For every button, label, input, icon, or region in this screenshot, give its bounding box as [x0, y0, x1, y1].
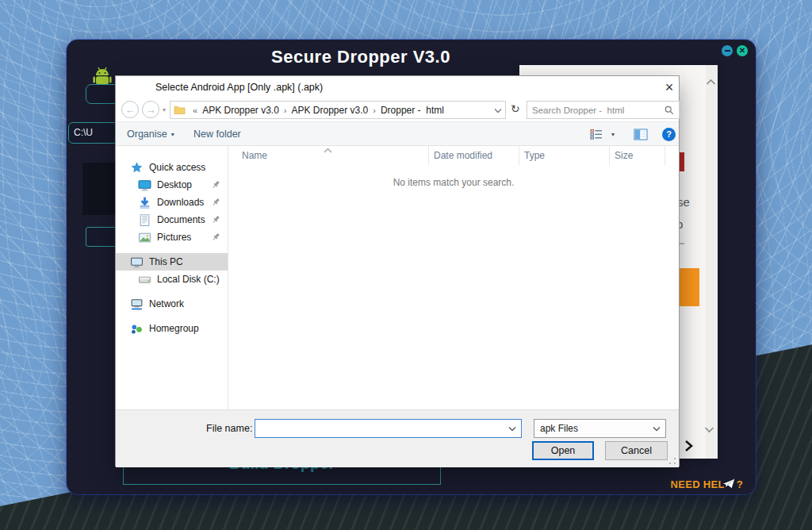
breadcrumb-segment[interactable]: APK Dropper v3.0 — [290, 105, 370, 116]
background-dash-element — [679, 243, 684, 244]
view-mode-dropdown-icon[interactable]: ▾ — [611, 131, 615, 138]
sidebar-item-desktop[interactable]: Desktop — [116, 176, 228, 194]
new-folder-button[interactable]: New folder — [190, 122, 244, 146]
sidebar-item-downloads[interactable]: Downloads — [116, 194, 228, 211]
sidebar-item-label: Desktop — [157, 179, 192, 190]
app-close-button[interactable]: ✕ — [737, 45, 748, 56]
column-header-label: Size — [615, 150, 633, 161]
navigation-sidebar: Quick accessDesktopDownloadsDocumentsPic… — [116, 146, 228, 409]
network-icon — [130, 298, 144, 311]
dialog-titlebar[interactable]: Selecte Android App [Only .apk] (.apk) × — [116, 76, 679, 98]
refresh-icon[interactable]: ↻ — [511, 102, 520, 115]
sidebar-item-homegroup[interactable]: Homegroup — [116, 320, 228, 337]
telegram-icon — [720, 477, 737, 491]
local-disk-icon — [138, 273, 151, 286]
help-button[interactable]: ? — [662, 128, 676, 141]
documents-icon — [138, 213, 151, 227]
sidebar-item-documents[interactable]: Documents — [116, 211, 228, 229]
need-help-link[interactable]: NEED HEL ? — [671, 477, 743, 491]
breadcrumb: «APK Dropper v3.0›APK Dropper v3.0›Dropp… — [190, 105, 446, 116]
organise-menu[interactable]: Organise ▾ — [124, 122, 178, 146]
downloads-icon — [138, 196, 151, 209]
pin-icon — [210, 197, 221, 208]
sidebar-item-quick-access[interactable]: Quick access — [116, 159, 228, 176]
search-input[interactable] — [532, 106, 665, 115]
sidebar-item-label: Downloads — [157, 197, 204, 208]
column-header-type[interactable]: Type — [519, 146, 610, 165]
close-icon: ✕ — [739, 47, 745, 55]
sidebar-item-label: Documents — [157, 214, 205, 225]
background-red-element — [680, 152, 684, 171]
pin-icon — [210, 179, 221, 190]
scroll-down-icon[interactable] — [704, 422, 714, 436]
scroll-up-icon[interactable] — [706, 75, 716, 89]
search-icon — [665, 106, 674, 115]
next-arrow-icon[interactable] — [683, 440, 694, 455]
breadcrumb-overflow-icon[interactable]: « — [190, 106, 201, 115]
open-button[interactable]: Open — [532, 441, 594, 460]
sidebar-item-label: This PC — [149, 256, 183, 267]
address-bar[interactable]: «APK Dropper v3.0›APK Dropper v3.0›Dropp… — [170, 101, 506, 119]
preview-pane-icon[interactable] — [634, 129, 648, 140]
app-title: Secure Dropper V3.0 — [271, 47, 450, 67]
column-header-date-modified[interactable]: Date modified — [429, 146, 519, 165]
resize-grip-icon[interactable] — [668, 457, 676, 465]
dialog-close-button[interactable]: × — [660, 78, 679, 97]
dialog-footer: File name: apk Files Open Cancel — [116, 409, 679, 467]
sidebar-item-this-pc[interactable]: This PC — [116, 253, 228, 271]
breadcrumb-segment[interactable]: Dropper - html — [379, 105, 446, 116]
sidebar-item-pictures[interactable]: Pictures — [116, 229, 228, 246]
desktop-icon — [138, 179, 151, 192]
homegroup-icon — [130, 322, 144, 336]
dialog-content: Quick accessDesktopDownloadsDocumentsPic… — [116, 146, 679, 409]
sidebar-item-label: Pictures — [157, 232, 191, 243]
folder-icon — [174, 105, 186, 115]
pictures-icon — [138, 231, 151, 244]
forward-button[interactable]: → — [142, 101, 159, 118]
file-list-area: NameDate modifiedTypeSize No items match… — [228, 146, 679, 409]
desktop-wallpaper: Secure Dropper V3.0 ✕ C:\U Build Drop — [0, 0, 812, 530]
this-pc-icon — [130, 255, 144, 269]
file-type-dropdown-icon — [653, 423, 661, 434]
pin-icon — [210, 214, 221, 225]
breadcrumb-separator-icon: › — [281, 106, 290, 115]
column-header-label: Type — [524, 150, 545, 161]
pin-icon — [210, 232, 221, 243]
back-button[interactable]: ← — [121, 101, 139, 118]
sidebar-item-label: Quick access — [149, 162, 205, 173]
file-name-label: File name: — [206, 423, 252, 434]
column-header-size[interactable]: Size — [610, 146, 665, 165]
sidebar-item-label: Homegroup — [149, 323, 199, 334]
sidebar-item-local-disk-c[interactable]: Local Disk (C:) — [116, 271, 228, 288]
background-orange-button — [680, 268, 699, 306]
address-dropdown-icon[interactable] — [494, 105, 502, 116]
cancel-button[interactable]: Cancel — [605, 441, 668, 460]
dialog-navigation-bar: ← → ▾ «APK Dropper v3.0›APK Dropper v3.0… — [116, 98, 679, 121]
file-name-input[interactable] — [255, 420, 508, 437]
sidebar-item-network[interactable]: Network — [116, 295, 228, 313]
apk-path-value: C:\U — [74, 127, 93, 138]
sort-ascending-icon — [324, 144, 332, 156]
recent-locations-dropdown-icon[interactable]: ▾ — [163, 106, 166, 113]
column-header-name[interactable]: Name — [228, 146, 429, 165]
empty-folder-message: No items match your search. — [228, 177, 679, 188]
file-type-select[interactable]: apk Files — [534, 419, 666, 438]
file-open-dialog: Selecte Android App [Only .apk] (.apk) ×… — [115, 75, 680, 467]
background-scrollbar[interactable] — [706, 65, 718, 459]
column-header-label: Name — [242, 150, 267, 161]
breadcrumb-separator-icon: › — [370, 106, 379, 115]
file-name-combobox — [255, 419, 522, 438]
quick-access-icon — [130, 161, 144, 175]
dialog-toolbar: Organise ▾ New folder ▾ — [116, 121, 679, 146]
app-minimize-button[interactable] — [722, 45, 733, 56]
minimize-icon — [725, 50, 730, 52]
search-box[interactable] — [527, 101, 680, 119]
file-name-dropdown-icon[interactable] — [508, 423, 516, 434]
sidebar-item-label: Local Disk (C:) — [157, 274, 220, 285]
view-mode-icon[interactable] — [590, 129, 603, 140]
column-header-label: Date modified — [434, 150, 492, 161]
sidebar-item-label: Network — [149, 298, 184, 309]
breadcrumb-segment[interactable]: APK Dropper v3.0 — [201, 105, 281, 116]
organise-dropdown-icon: ▾ — [171, 131, 174, 138]
dialog-title: Selecte Android App [Only .apk] (.apk) — [155, 82, 323, 93]
